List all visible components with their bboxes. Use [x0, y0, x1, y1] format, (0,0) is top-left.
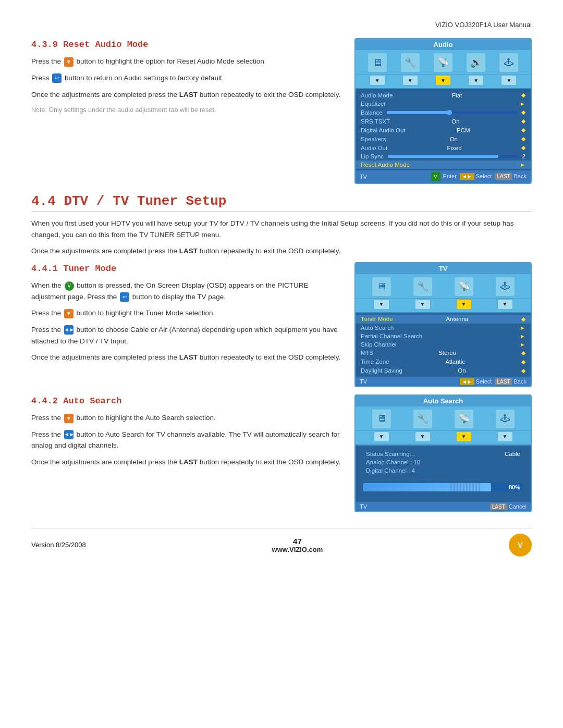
- label-audio-mode: Audio Mode: [361, 92, 393, 98]
- sub-icon-4: ▼: [469, 76, 483, 85]
- tv-osd: TV 🖥 🔧 📡 🕹 ▼ ▼ ▼ ▼ Tuner Mode Antenn: [354, 262, 532, 387]
- vizio-logo: V: [509, 534, 532, 557]
- value-digital-audio: PCM: [457, 127, 470, 133]
- audio-osd-menu: Audio Mode Flat ◆ Equalizer ► Balance ◆: [356, 89, 531, 170]
- menu-row-equalizer: Equalizer ►: [356, 100, 531, 108]
- section-442-title: 4.4.2 Auto Search: [31, 394, 342, 408]
- menu-row-balance: Balance ◆: [356, 108, 531, 117]
- section-442: 4.4.2 Auto Search Press the ▼ button to …: [31, 394, 532, 512]
- section-442-para3: Once the adjustments are completed press…: [31, 456, 342, 468]
- section-441-para3: Press the ◄► button to choose Cable or A…: [31, 324, 342, 347]
- tv-osd-icons: 🖥 🔧 📡 🕹: [356, 274, 531, 299]
- as-osd-bottom-icons: LAST Cancel: [488, 503, 527, 510]
- tv-back-label: Back: [514, 378, 527, 385]
- section-441-para4: Once the adjustments are completed press…: [31, 352, 342, 363]
- select-btn-icon-2: ◄►: [64, 430, 74, 439]
- as-icon-ctrl: 🕹: [496, 410, 515, 428]
- vizio-logo-small: V: [431, 172, 440, 181]
- audio-osd-title: Audio: [356, 39, 531, 50]
- section-439-text: 4.3.9 Reset Audio Mode Press the ▼ butto…: [31, 38, 342, 115]
- menu-row-tuner-mode: Tuner Mode Antenna ◆: [356, 315, 531, 324]
- footer-page-number: 47: [272, 537, 323, 546]
- section-439-title: 4.3.9 Reset Audio Mode: [31, 38, 342, 52]
- menu-row-srs: SRS TSXT On ◆: [356, 117, 531, 126]
- sub-icon-5: ▼: [501, 76, 516, 85]
- tv-icon-ctrl: 🕹: [496, 277, 515, 296]
- menu-row-lip-sync: Lip Sync 2: [356, 152, 531, 161]
- tv-icon-sat: 📡: [455, 277, 473, 296]
- select-btn-icon: ◄►: [64, 325, 74, 335]
- tv-sub-icon-4: ▼: [498, 300, 512, 309]
- section-442-text: 4.4.2 Auto Search Press the ▼ button to …: [31, 394, 342, 473]
- progress-percent: 80%: [509, 483, 520, 491]
- as-sub-icon-2: ▼: [415, 432, 430, 441]
- menu-row-auto-search: Auto Search ►: [356, 324, 531, 332]
- audio-osd-bottom-icons: V Enter ◄► Select LAST Back: [430, 172, 527, 181]
- as-icon-wrench: 🔧: [413, 410, 432, 428]
- tv-osd-menu: Tuner Mode Antenna ◆ Auto Search ► Parti…: [356, 313, 531, 377]
- nav-btn-icon-2: ▼: [64, 309, 74, 318]
- vizio-logo-text: V: [518, 541, 522, 549]
- value-audio-mode: Flat: [452, 92, 462, 98]
- audio-osd-icons: 🖥 🔧 📡 🔊 🕹: [356, 50, 531, 75]
- section-439: 4.3.9 Reset Audio Mode Press the ▼ butto…: [31, 38, 532, 184]
- as-last-btn: LAST: [490, 503, 507, 510]
- sub-icon-3-selected: ▼: [436, 76, 450, 85]
- osd-icon-speaker: 🔊: [467, 53, 485, 72]
- menu-row-status: Status Scanning... Cable: [361, 450, 525, 458]
- label-mts: MTS: [361, 350, 373, 356]
- value-speakers: On: [450, 136, 458, 142]
- sub-icon-2: ▼: [403, 76, 418, 85]
- section-439-para1: Press the ▼ button to highlight the opti…: [31, 56, 342, 67]
- tv-select-label: Select: [476, 378, 492, 385]
- footer-website: www.VIZIO.com: [272, 546, 323, 553]
- manual-title: VIZIO VOJ320F1A User Manual: [435, 21, 532, 29]
- label-speakers: Speakers: [361, 136, 386, 142]
- section-441-para2: Press the ▼ button to highlight the Tune…: [31, 307, 342, 319]
- label-tuner-mode: Tuner Mode: [361, 316, 393, 322]
- label-lip-sync: Lip Sync: [361, 153, 384, 159]
- tv-osd-sub-icons: ▼ ▼ ▼ ▼: [356, 299, 531, 313]
- value-mts: Stereo: [438, 350, 456, 356]
- menu-row-time-zone: Time Zone Atlantic ◆: [356, 357, 531, 366]
- value-daylight: On: [458, 367, 466, 374]
- arrow-tuner-mode: ◆: [521, 316, 525, 323]
- section-439-para3: Once the adjustments are completed press…: [31, 89, 342, 101]
- label-digital-audio: Digital Audio Out: [361, 127, 406, 133]
- balance-bar: [387, 111, 517, 114]
- nav-button-icon: ▼: [64, 57, 74, 67]
- tv-sub-icon-2: ▼: [415, 300, 430, 309]
- tv-last-btn: LAST: [495, 378, 512, 385]
- progress-area: 80%: [361, 483, 525, 491]
- lip-sync-bar: [388, 155, 518, 158]
- label-skip-channel: Skip Channel: [361, 341, 396, 348]
- label-daylight: Daylight Saving: [361, 367, 402, 374]
- tv-osd-title: TV: [356, 263, 531, 274]
- arrow-srs: ◆: [521, 118, 525, 125]
- tv-icon-wrench: 🔧: [413, 277, 432, 296]
- menu-row-reset-audio: Reset Audio Mode ►: [356, 161, 531, 169]
- arrow-partial-channel: ►: [520, 333, 525, 339]
- value-srs: On: [451, 118, 459, 125]
- label-reset-audio: Reset Audio Mode: [361, 162, 410, 168]
- label-time-zone: Time Zone: [361, 359, 389, 365]
- lr-select-btn: ◄►: [460, 173, 474, 180]
- menu-row-analog: Analog Channel : 10: [361, 458, 525, 466]
- arrow-auto-search: ►: [520, 325, 525, 331]
- audio-osd-bottom: TV V Enter ◄► Select LAST Back: [356, 170, 531, 183]
- autosearch-osd-sub-icons: ▼ ▼ ▼ ▼: [356, 431, 531, 446]
- menu-row-digital: Digital Channel : 4: [361, 466, 525, 475]
- tv-osd-bottom-icons: ◄► Select LAST Back: [458, 378, 527, 385]
- arrow-reset-audio: ►: [520, 162, 525, 168]
- audio-osd-bottom-label: TV: [360, 174, 367, 180]
- section-441-para1: When the V button is pressed, the On Scr…: [31, 280, 342, 302]
- autosearch-osd-title: Auto Search: [356, 396, 531, 406]
- arrow-balance: ◆: [521, 109, 525, 116]
- page-footer: Version 8/25/2008 47 www.VIZIO.com V: [31, 528, 532, 557]
- as-sub-icon-1: ▼: [374, 432, 389, 441]
- arrow-mts: ◆: [521, 350, 525, 356]
- as-sub-icon-4: ▼: [498, 432, 512, 441]
- label-digital: Digital Channel : 4: [366, 467, 415, 474]
- menu-row-digital-audio: Digital Audio Out PCM ◆: [356, 126, 531, 134]
- last-btn: LAST: [495, 173, 512, 180]
